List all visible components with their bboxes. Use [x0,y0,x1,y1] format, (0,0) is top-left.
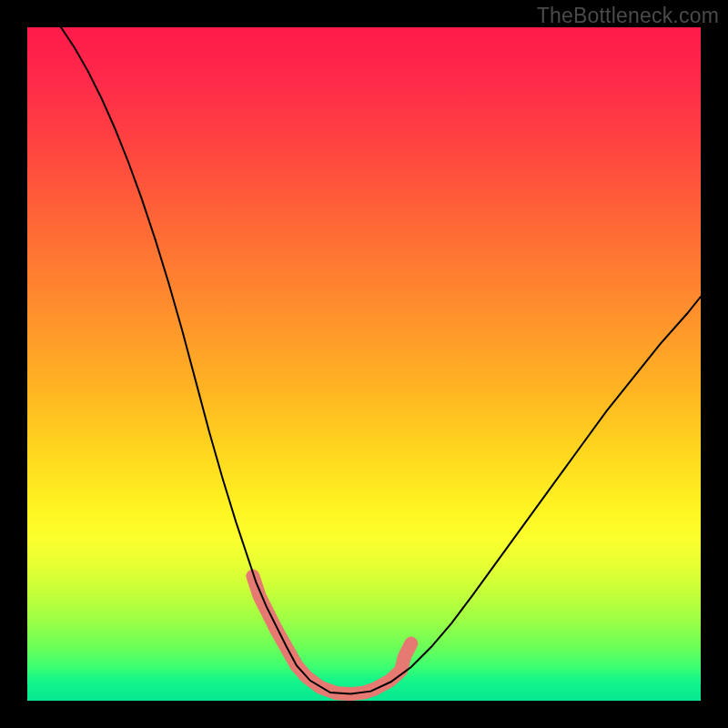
highlight-marker-segment [253,576,411,694]
curve-layer [27,27,701,701]
chart-frame: TheBottleneck.com [0,0,728,728]
bottleneck-curve [61,27,701,694]
plot-area [27,27,701,701]
watermark-text: TheBottleneck.com [537,4,719,28]
